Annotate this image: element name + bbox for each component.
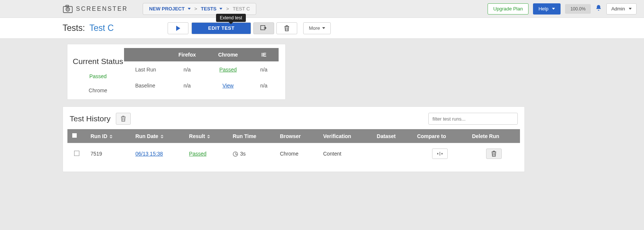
- trash-icon: [491, 151, 497, 157]
- col-browser: Browser: [275, 129, 318, 143]
- svg-rect-1: [66, 5, 69, 7]
- row-baseline-label: Baseline: [124, 77, 167, 93]
- brand-logo[interactable]: SCREENSTER: [63, 5, 128, 13]
- baseline-ie: n/a: [249, 77, 279, 93]
- topbar-right: Upgrade Plan Help 100.0% Admin: [488, 3, 637, 15]
- breadcrumb-sep: >: [225, 6, 231, 12]
- row-last-run-label: Last Run: [124, 61, 167, 77]
- breadcrumb: NEW PROJECT > TESTS > TEST C: [143, 3, 256, 15]
- svg-point-3: [67, 8, 69, 10]
- delete-history-button[interactable]: [116, 113, 131, 125]
- help-button[interactable]: Help: [533, 3, 561, 15]
- upgrade-plan-button[interactable]: Upgrade Plan: [488, 3, 529, 15]
- sort-icon: [110, 135, 112, 138]
- breadcrumb-current: TEST C: [231, 6, 252, 12]
- current-status-card: Current Status Passed Chrome Firefox Chr…: [67, 44, 286, 100]
- delete-run-button[interactable]: [486, 148, 502, 159]
- baseline-chrome-link[interactable]: View: [222, 83, 234, 89]
- col-dataset: Dataset: [372, 129, 413, 143]
- history-table: Run ID Run Date Result Run Time Browser …: [67, 129, 520, 164]
- compare-icon: [437, 151, 443, 156]
- test-history-card: Test History Run ID Run Date Result Run …: [63, 106, 525, 172]
- baseline-firefox: n/a: [167, 77, 207, 93]
- breadcrumb-project[interactable]: NEW PROJECT: [147, 6, 193, 12]
- col-run-date[interactable]: Run Date: [131, 129, 184, 143]
- chevron-down-icon: [629, 8, 632, 10]
- sort-icon: [161, 135, 164, 138]
- extend-icon: [260, 25, 267, 32]
- admin-menu[interactable]: Admin: [606, 3, 637, 15]
- select-all-checkbox[interactable]: [72, 133, 77, 138]
- test-history-title: Test History: [70, 114, 111, 123]
- col-run-time: Run Time: [228, 129, 276, 143]
- chevron-down-icon: [219, 8, 222, 10]
- col-firefox: Firefox: [167, 48, 207, 61]
- compare-button[interactable]: [432, 148, 448, 159]
- filter-input[interactable]: [428, 113, 518, 125]
- trash-icon: [284, 25, 289, 31]
- extend-test-button[interactable]: [253, 22, 274, 34]
- topbar: SCREENSTER NEW PROJECT > TESTS > TEST C …: [0, 0, 644, 18]
- breadcrumb-sep: >: [193, 6, 199, 12]
- svg-point-2: [66, 7, 70, 11]
- chevron-down-icon: [322, 27, 325, 29]
- col-run-id[interactable]: Run ID: [86, 129, 131, 143]
- edit-test-button[interactable]: EDIT TEST: [191, 22, 251, 34]
- current-status-browser: Chrome: [72, 87, 124, 93]
- col-result[interactable]: Result: [185, 129, 228, 143]
- toolbar: Tests: Test C EDIT TEST More Extend test: [0, 18, 644, 39]
- cell-run-id: 7519: [86, 143, 131, 164]
- tooltip: Extend test: [216, 14, 246, 22]
- current-status-title: Current Status: [72, 57, 124, 66]
- last-run-chrome-link[interactable]: Passed: [219, 67, 237, 73]
- cell-verification: Content: [318, 143, 372, 164]
- last-run-ie: n/a: [249, 61, 279, 77]
- page-title-prefix: Tests:: [63, 23, 85, 33]
- camera-icon: [63, 5, 73, 13]
- trash-icon: [121, 116, 126, 122]
- row-checkbox[interactable]: [74, 151, 79, 156]
- breadcrumb-tests[interactable]: TESTS: [199, 6, 225, 12]
- svg-rect-4: [261, 25, 265, 29]
- cell-dataset: [372, 143, 413, 164]
- col-compare: Compare to: [413, 129, 468, 143]
- cell-run-time: 3s: [228, 143, 276, 164]
- run-date-link[interactable]: 06/13 15:38: [135, 151, 163, 157]
- table-row: 7519 06/13 15:38 Passed 3s Chrome Conten…: [67, 143, 520, 164]
- col-delete: Delete Run: [467, 129, 520, 143]
- page-title-testname: Test C: [89, 23, 114, 33]
- col-verification: Verification: [318, 129, 372, 143]
- percentage-badge: 100.0%: [565, 4, 591, 14]
- clock-icon: [233, 151, 238, 157]
- delete-test-button[interactable]: [276, 22, 297, 34]
- status-table: Firefox Chrome IE Last Run n/a Passed n/…: [124, 48, 279, 93]
- cell-browser: Chrome: [275, 143, 318, 164]
- last-run-firefox: n/a: [167, 61, 207, 77]
- col-chrome: Chrome: [207, 48, 249, 61]
- col-ie: IE: [249, 48, 279, 61]
- result-link[interactable]: Passed: [189, 151, 207, 157]
- play-button[interactable]: [168, 22, 188, 34]
- content: Current Status Passed Chrome Firefox Chr…: [0, 39, 644, 172]
- sort-icon: [207, 135, 210, 138]
- current-status-result: Passed: [72, 73, 124, 79]
- play-icon: [176, 26, 180, 31]
- chevron-down-icon: [552, 8, 555, 10]
- bell-icon[interactable]: [595, 4, 602, 13]
- chevron-down-icon: [188, 8, 191, 10]
- brand-text: SCREENSTER: [76, 6, 128, 12]
- more-menu[interactable]: More: [303, 22, 331, 34]
